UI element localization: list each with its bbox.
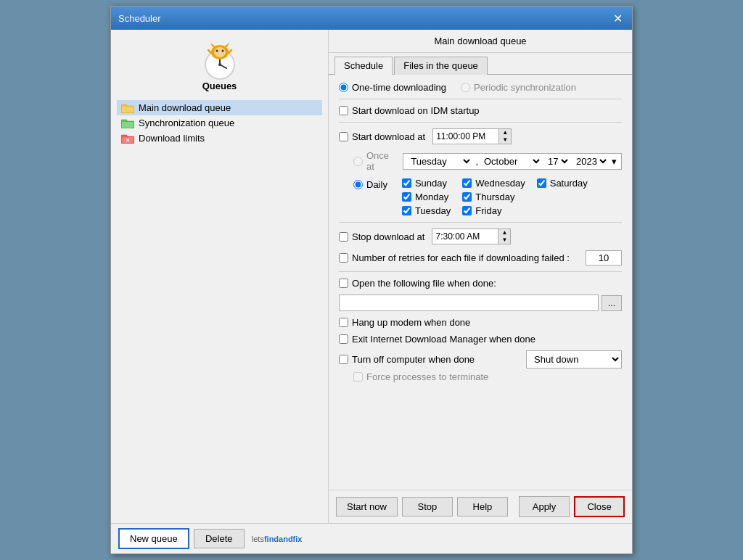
stop-time-up-button[interactable]: ▲: [498, 229, 510, 236]
turn-off-label[interactable]: Turn off computer when done: [339, 354, 475, 365]
thursday-checkbox[interactable]: [462, 192, 472, 202]
svg-line-6: [229, 50, 231, 53]
svg-rect-18: [122, 122, 134, 128]
queue-item-sync[interactable]: Synchronization queue: [117, 115, 322, 131]
tab-files-in-queue[interactable]: Files in the queue: [394, 57, 488, 75]
stop-time-spin-buttons: ▲ ▼: [498, 229, 510, 244]
watermark: letsfindandfix: [252, 535, 303, 543]
month-select[interactable]: October January February March April May…: [481, 155, 542, 168]
start-time-spinner: ▲ ▼: [432, 128, 512, 144]
force-terminate-checkbox[interactable]: [353, 372, 363, 382]
new-queue-button[interactable]: New queue: [118, 528, 189, 549]
queues-label: Queues: [202, 81, 237, 91]
open-file-checkbox[interactable]: [339, 279, 348, 288]
sunday-label[interactable]: Sunday: [402, 178, 451, 189]
start-download-at-checkbox[interactable]: [339, 132, 348, 141]
friday-checkbox[interactable]: [462, 206, 472, 215]
svg-rect-15: [122, 107, 134, 112]
hang-up-row: Hang up modem when done: [339, 317, 622, 328]
force-terminate-label[interactable]: Force processes to terminate: [353, 371, 488, 382]
day-of-week-select[interactable]: Tuesday Sunday Monday Wednesday Thursday…: [408, 155, 472, 168]
thursday-label[interactable]: Thursday: [462, 192, 525, 202]
sunday-checkbox[interactable]: [402, 178, 411, 188]
force-terminate-row: Force processes to terminate: [353, 371, 622, 382]
help-button[interactable]: Help: [457, 497, 508, 516]
one-time-radio[interactable]: [339, 83, 348, 92]
start-idm-row: Start download on IDM startup: [339, 105, 622, 116]
title-bar: Scheduler ✕: [111, 7, 632, 30]
folder-main-icon: [121, 103, 134, 113]
close-button[interactable]: Close: [574, 496, 625, 517]
periodic-sync-radio[interactable]: [461, 83, 470, 92]
open-file-label[interactable]: Open the following file when done:: [339, 278, 496, 289]
svg-line-5: [208, 50, 211, 53]
queue-item-main[interactable]: Main download queue: [117, 100, 322, 115]
saturday-label[interactable]: Saturday: [537, 178, 588, 189]
stop-time-spinner: ▲ ▼: [432, 228, 511, 244]
wednesday-checkbox[interactable]: [462, 178, 472, 188]
one-time-label[interactable]: One-time downloading: [339, 82, 446, 93]
action-buttons-left: Start now Stop Help: [336, 497, 508, 516]
right-panel: Main download queue Schedule Files in th…: [329, 30, 632, 523]
right-panel-title: Main download queue: [329, 30, 632, 53]
hang-up-label[interactable]: Hang up modem when done: [339, 317, 470, 328]
exit-idm-checkbox[interactable]: [339, 334, 348, 344]
daily-row: Daily Sunday Wednesday Sat: [353, 178, 622, 216]
daily-radio[interactable]: [353, 180, 363, 189]
retries-row: Number of retries for each file if downl…: [339, 250, 622, 265]
once-at-label[interactable]: Once at: [353, 150, 395, 172]
tuesday-checkbox[interactable]: [402, 206, 411, 215]
dropdown-arrow-icon: ▾: [612, 156, 617, 167]
periodic-sync-label[interactable]: Periodic synchronization: [461, 82, 576, 93]
browse-button[interactable]: ...: [602, 295, 622, 311]
once-at-radio[interactable]: [353, 157, 363, 166]
delete-button[interactable]: Delete: [194, 529, 245, 548]
start-time-spin-buttons: ▲ ▼: [498, 129, 511, 144]
svg-text:✕: ✕: [126, 138, 130, 143]
saturday-checkbox[interactable]: [537, 178, 546, 188]
queue-item-sync-label: Synchronization queue: [139, 118, 234, 128]
start-idm-checkbox[interactable]: [339, 106, 348, 115]
wednesday-label[interactable]: Wednesday: [462, 178, 525, 189]
schedule-content: One-time downloading Periodic synchroniz…: [329, 75, 632, 490]
stop-button[interactable]: Stop: [402, 497, 453, 516]
retries-checkbox[interactable]: [339, 253, 348, 263]
hang-up-checkbox[interactable]: [339, 318, 348, 327]
action-buttons-bar: Start now Stop Help Apply Close: [329, 490, 632, 523]
year-select[interactable]: 2023: [573, 155, 609, 168]
retries-label[interactable]: Number of retries for each file if downl…: [339, 252, 570, 263]
exit-idm-row: Exit Internet Download Manager when done: [339, 334, 622, 345]
friday-label[interactable]: Friday: [462, 205, 525, 216]
turn-off-checkbox[interactable]: [339, 355, 348, 364]
stop-download-at-checkbox[interactable]: [339, 232, 348, 242]
stop-time-down-button[interactable]: ▼: [498, 236, 510, 244]
tuesday-label[interactable]: Tuesday: [402, 205, 451, 216]
once-at-row: Once at Tuesday Sunday Monday Wednesday …: [353, 150, 622, 172]
tab-schedule[interactable]: Schedule: [334, 57, 393, 75]
stop-time-input[interactable]: [432, 230, 498, 243]
day-select[interactable]: 17: [545, 155, 570, 168]
daily-label[interactable]: Daily: [353, 179, 387, 190]
open-file-row: Open the following file when done:: [339, 278, 622, 289]
start-time-down-button[interactable]: ▼: [499, 136, 511, 144]
monday-checkbox[interactable]: [402, 192, 411, 202]
apply-button[interactable]: Apply: [519, 496, 570, 517]
scheduler-icon: [201, 43, 239, 81]
monday-label[interactable]: Monday: [402, 192, 451, 202]
start-idm-label[interactable]: Start download on IDM startup: [339, 105, 480, 116]
file-path-input[interactable]: [339, 295, 599, 311]
action-buttons-right: Apply Close: [519, 496, 625, 517]
retries-input[interactable]: [586, 250, 622, 265]
svg-marker-11: [210, 43, 215, 47]
watermark-prefix: lets: [252, 535, 264, 543]
start-time-input[interactable]: [433, 130, 498, 143]
shutdown-select[interactable]: Shut down Hibernate Standby: [527, 351, 621, 368]
stop-download-at-label[interactable]: Stop download at: [339, 231, 424, 242]
queue-item-limits-label: Download limits: [139, 133, 205, 144]
start-download-at-label[interactable]: Start download at: [339, 131, 425, 142]
start-time-up-button[interactable]: ▲: [499, 129, 511, 136]
start-now-button[interactable]: Start now: [336, 497, 398, 516]
close-icon[interactable]: ✕: [610, 11, 625, 25]
queue-item-limits[interactable]: ✕ Download limits: [117, 131, 322, 146]
exit-idm-label[interactable]: Exit Internet Download Manager when done: [339, 334, 535, 345]
